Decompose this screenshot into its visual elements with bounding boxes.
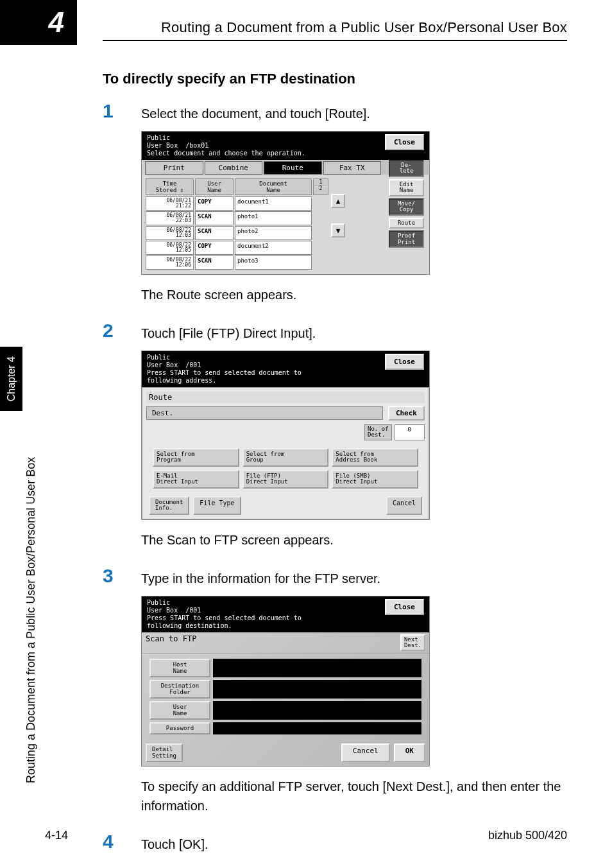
route-button[interactable]: Route	[389, 218, 424, 229]
column-header-user-name: User Name	[195, 178, 234, 195]
step-text: Select the document, and touch [Route].	[141, 100, 370, 123]
instruction-text: Press START to send selected document to…	[147, 614, 302, 629]
edit-name-button[interactable]: Edit Name	[389, 179, 424, 196]
select-from-group-button[interactable]: Select from Group	[242, 448, 329, 467]
followup-text: To specify an additional FTP server, tou…	[141, 777, 567, 815]
route-panel-title: Route	[146, 392, 425, 403]
instruction-text: Select document and choose the operation…	[147, 150, 305, 157]
password-value	[213, 722, 421, 734]
header-title: Routing a Document from a Public User Bo…	[161, 19, 567, 36]
host-name-button[interactable]: Host Name	[149, 659, 210, 677]
step-number: 2	[103, 320, 141, 342]
step-text: Type in the information for the FTP serv…	[141, 565, 380, 588]
scroll-down-icon[interactable]: ▼	[331, 223, 345, 238]
side-running-title: Routing a Document from a Public User Bo…	[24, 457, 38, 783]
close-button[interactable]: Close	[385, 354, 424, 370]
close-button[interactable]: Close	[385, 134, 424, 150]
table-row[interactable]: 06/08/21 21:22COPYdocument1	[146, 196, 328, 211]
file-ftp-direct-input-button[interactable]: File (FTP) Direct Input	[242, 470, 329, 489]
screenshot-2-route-screen: Public User Box /001 Press START to send…	[141, 351, 430, 520]
tab-route[interactable]: Route	[264, 161, 322, 175]
screenshot-1-select-document: Public User Box /box01 Select document a…	[141, 131, 430, 275]
delete-button[interactable]: De- lete	[389, 160, 424, 177]
ok-button[interactable]: OK	[394, 743, 425, 762]
num-of-dest-label: No. of Dest.	[364, 424, 392, 440]
dest-label: Dest.	[146, 406, 383, 420]
step-1: 1 Select the document, and touch [Route]…	[103, 100, 567, 123]
section-heading: To directly specify an FTP destination	[103, 71, 567, 87]
tab-combine[interactable]: Combine	[205, 161, 263, 175]
table-row[interactable]: 06/08/21 22:03SCANphoto1	[146, 211, 328, 225]
destination-folder-value	[213, 680, 421, 699]
select-from-program-button[interactable]: Select from Program	[153, 448, 239, 467]
step-text: Touch [OK].	[141, 831, 208, 854]
detail-setting-button[interactable]: Detail Setting	[146, 743, 183, 762]
host-name-value	[213, 659, 421, 677]
table-row[interactable]: 06/08/22 12:03SCANphoto2	[146, 226, 328, 240]
followup-text: The Route screen appears.	[141, 285, 567, 304]
user-name-value	[213, 701, 421, 720]
step-number: 3	[103, 565, 141, 587]
step-number: 1	[103, 100, 141, 123]
next-dest-button[interactable]: Next Dest.	[400, 634, 425, 652]
column-header-document-name: Document Name	[235, 178, 312, 195]
screenshot-3-scan-to-ftp: Public User Box /001 Press START to send…	[141, 596, 430, 767]
instruction-text: Press START to send selected document to…	[147, 369, 302, 384]
close-button[interactable]: Close	[385, 599, 424, 615]
tab-fax-tx[interactable]: Fax TX	[323, 161, 382, 175]
cancel-button[interactable]: Cancel	[341, 743, 390, 762]
userbox-label: Public User Box /001	[147, 599, 201, 614]
step-3: 3 Type in the information for the FTP se…	[103, 565, 567, 588]
user-name-button[interactable]: User Name	[149, 701, 210, 720]
footer-model: bizhub 500/420	[488, 829, 567, 842]
header-rule	[103, 40, 567, 41]
document-info-button[interactable]: Document Info.	[149, 496, 189, 515]
column-header-time-stored[interactable]: Time Stored ⇕	[146, 178, 194, 195]
destination-folder-button[interactable]: Destination Folder	[149, 680, 210, 699]
userbox-label: Public User Box /box01	[147, 134, 208, 149]
file-type-button[interactable]: File Type	[193, 496, 241, 515]
proof-print-button[interactable]: Proof Print	[389, 230, 424, 248]
file-smb-direct-input-button[interactable]: File (SMB) Direct Input	[332, 470, 418, 489]
cancel-button[interactable]: Cancel	[386, 496, 422, 515]
step-2: 2 Touch [File (FTP) Direct Input].	[103, 320, 567, 343]
select-from-address-book-button[interactable]: Select from Address Book	[332, 448, 418, 467]
scan-to-ftp-title: Scan to FTP	[146, 634, 196, 652]
check-button[interactable]: Check	[388, 406, 425, 421]
chapter-number-tab: 4	[0, 0, 77, 45]
step-number: 4	[103, 831, 141, 853]
scroll-up-icon[interactable]: ▲	[331, 194, 345, 208]
num-of-dest-value: 0	[395, 424, 425, 440]
tab-print[interactable]: Print	[145, 161, 203, 175]
password-button[interactable]: Password	[149, 722, 210, 734]
step-text: Touch [File (FTP) Direct Input].	[141, 320, 316, 343]
footer-page-number: 4-14	[45, 829, 68, 842]
followup-text: The Scan to FTP screen appears.	[141, 530, 567, 550]
email-direct-input-button[interactable]: E-Mail Direct Input	[153, 470, 239, 489]
move-copy-button[interactable]: Move/ Copy	[389, 198, 424, 216]
side-chapter-tab: Chapter 4	[0, 347, 22, 411]
page-indicator: 12	[313, 178, 328, 195]
table-row[interactable]: 06/08/22 12:06SCANphoto3	[146, 256, 328, 270]
userbox-label: Public User Box /001	[147, 354, 201, 369]
table-row[interactable]: 06/08/22 12:05COPYdocument2	[146, 241, 328, 255]
